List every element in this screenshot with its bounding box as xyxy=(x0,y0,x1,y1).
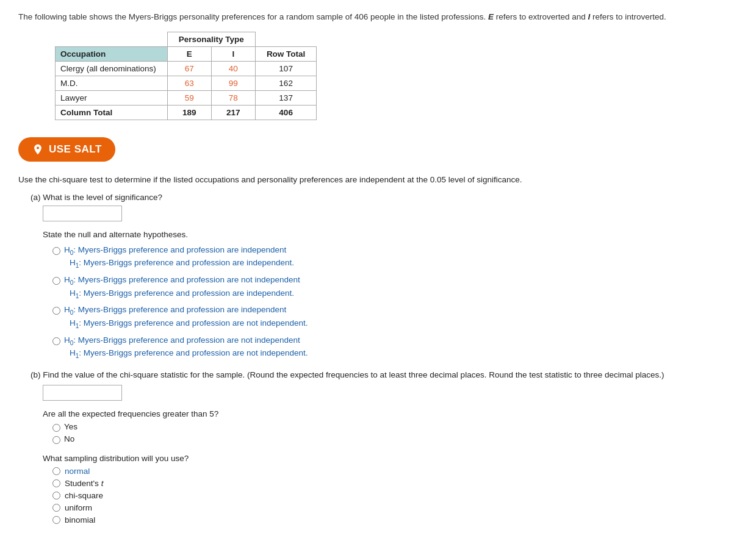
binomial-radio[interactable] xyxy=(52,516,60,524)
hypothesis-option-4[interactable]: H0: Myers-Briggs preference and professi… xyxy=(52,335,738,346)
e-col-header: E xyxy=(167,47,211,62)
h1-option-3: H1: Myers-Briggs preference and professi… xyxy=(70,318,738,329)
intro-text: The following table shows the Myers-Brig… xyxy=(18,11,738,23)
expected-freq-radio-group: Yes No xyxy=(52,422,738,444)
use-salt-button[interactable]: USE SALT xyxy=(18,137,115,162)
normal-option[interactable]: normal xyxy=(52,467,738,476)
occupation-col-header: Occupation xyxy=(56,47,168,62)
table-row: Clergy (all denominations) 67 40 107 xyxy=(56,62,317,76)
row-total-col-header: Row Total xyxy=(255,47,317,62)
salt-icon xyxy=(32,143,44,156)
h1-option-2: H1: Myers-Briggs preference and professi… xyxy=(70,288,738,299)
chi-square-instruction: Use the chi-square test to determine if … xyxy=(18,174,738,186)
hypothesis-radio-4[interactable] xyxy=(52,337,60,345)
sampling-dist-label: What sampling distribution will you use? xyxy=(43,454,738,463)
hypothesis-option-3[interactable]: H0: Myers-Briggs preference and professi… xyxy=(52,305,738,316)
chi-square-statistic-input[interactable] xyxy=(43,385,122,401)
part-a-label: (a) What is the level of significance? xyxy=(31,193,738,202)
normal-radio[interactable] xyxy=(52,467,60,475)
yes-option[interactable]: Yes xyxy=(52,422,738,432)
data-table: Personality Type Occupation E I Row Tota… xyxy=(55,32,738,120)
uniform-option[interactable]: uniform xyxy=(52,503,738,512)
no-radio[interactable] xyxy=(52,436,60,444)
hypothesis-radio-3[interactable] xyxy=(52,307,60,315)
h1-option-1: H1: Myers-Briggs preference and professi… xyxy=(70,258,738,269)
chi-square-radio[interactable] xyxy=(52,492,60,500)
chi-square-option[interactable]: chi-square xyxy=(52,491,738,500)
significance-level-input[interactable] xyxy=(43,206,122,221)
hypothesis-option-1[interactable]: H0: Myers-Briggs preference and professi… xyxy=(52,245,738,256)
expected-freq-label: Are all the expected frequencies greater… xyxy=(43,409,738,418)
table-row: Lawyer 59 78 137 xyxy=(56,91,317,106)
uniform-radio[interactable] xyxy=(52,504,60,512)
hypothesis-radio-1[interactable] xyxy=(52,247,60,255)
no-option[interactable]: No xyxy=(52,434,738,444)
sampling-dist-radio-group: normal Student's t chi-square uniform bi… xyxy=(52,467,738,525)
students-t-option[interactable]: Student's t xyxy=(52,479,738,488)
table-row: M.D. 63 99 162 xyxy=(56,76,317,91)
h1-option-4: H1: Myers-Briggs preference and professi… xyxy=(70,348,738,359)
binomial-option[interactable]: binomial xyxy=(52,515,738,525)
hypotheses-label: State the null and alternate hypotheses. xyxy=(43,230,738,239)
column-total-row: Column Total 189 217 406 xyxy=(56,106,317,120)
hypothesis-option-2[interactable]: H0: Myers-Briggs preference and professi… xyxy=(52,275,738,286)
personality-type-header: Personality Type xyxy=(167,32,255,47)
part-b-label: (b) Find the value of the chi-square sta… xyxy=(31,369,738,381)
students-t-radio[interactable] xyxy=(52,479,60,487)
yes-radio[interactable] xyxy=(52,424,60,432)
hypothesis-radio-2[interactable] xyxy=(52,277,60,285)
i-col-header: I xyxy=(211,47,255,62)
